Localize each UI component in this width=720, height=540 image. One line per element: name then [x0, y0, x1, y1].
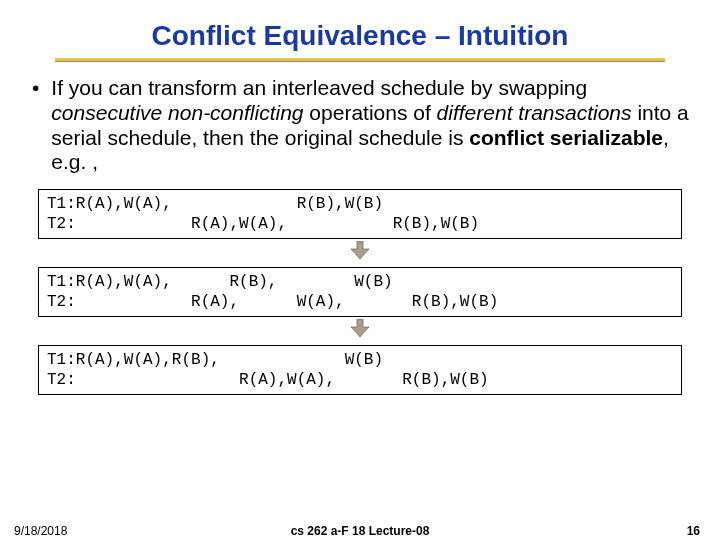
text-pre: If you can transform an interleaved sche…	[51, 76, 587, 99]
slide-title: Conflict Equivalence – Intuition	[0, 20, 720, 58]
schedule-box-2: T1:R(A),W(A), R(B), W(B) T2: R(A), W(A),…	[38, 267, 682, 317]
arrow-down-icon	[0, 241, 720, 263]
schedule-box-3: T1:R(A),W(A),R(B), W(B) T2: R(A),W(A), R…	[38, 345, 682, 395]
bullet-dot: •	[30, 76, 51, 101]
bullet-content: If you can transform an interleaved sche…	[51, 76, 690, 175]
text-bold: conflict serializable	[469, 126, 663, 149]
schedule-box-1: T1:R(A),W(A), R(B),W(B) T2: R(A),W(A), R…	[38, 189, 682, 239]
footer-course: cs 262 a-F 18 Lecture-08	[0, 524, 720, 538]
arrow-down-icon	[0, 319, 720, 341]
svg-marker-1	[351, 319, 369, 337]
text-em2: different transactions	[437, 101, 632, 124]
text-mid1: operations of	[304, 101, 437, 124]
body-text: • If you can transform an interleaved sc…	[30, 76, 690, 175]
text-em1: consecutive non-conflicting	[51, 101, 303, 124]
title-underline	[55, 58, 665, 62]
footer-page: 16	[687, 524, 700, 538]
svg-marker-0	[351, 241, 369, 259]
bullet-item: • If you can transform an interleaved sc…	[30, 76, 690, 175]
